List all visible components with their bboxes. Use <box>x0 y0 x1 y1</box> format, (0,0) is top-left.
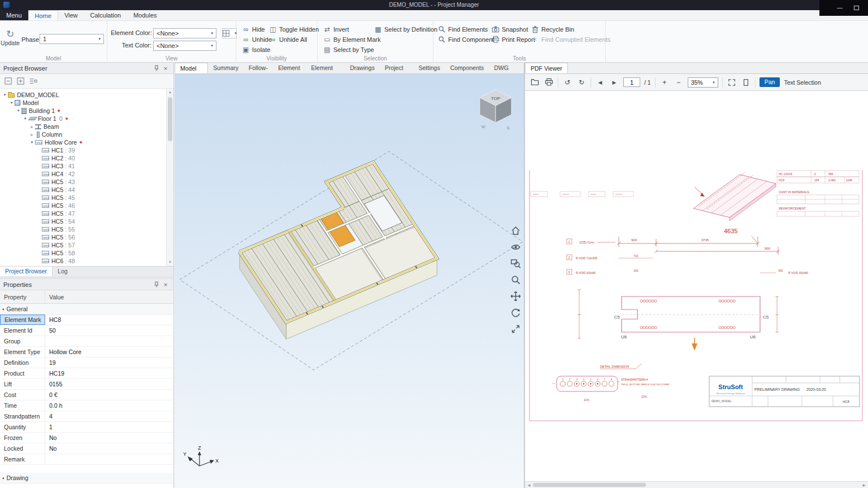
close-icon[interactable]: × <box>161 64 170 73</box>
tree-item-hc[interactable]: HC2: 40 <box>0 154 166 162</box>
hide-button[interactable]: ∞ Hide <box>242 24 265 34</box>
column-header-property[interactable]: Property <box>0 290 45 303</box>
tree-item-hc[interactable]: HC5: 46 <box>0 202 166 210</box>
tree-item-hc[interactable]: HC5: 55 <box>0 225 166 233</box>
rotate-view-button[interactable] <box>510 307 521 318</box>
isolate-button[interactable]: ▣ Isolate <box>242 45 270 54</box>
recycle-bin-button[interactable]: Recycle Bin <box>531 24 574 34</box>
rotate-cw-icon[interactable]: ↻ <box>576 77 587 88</box>
expand-icon[interactable]: ▾ <box>29 140 35 145</box>
menu-tab-view[interactable]: View <box>58 10 84 20</box>
open-file-button[interactable] <box>530 77 540 88</box>
tree-item-hc[interactable]: HC5: 56 <box>0 233 166 241</box>
property-row[interactable]: ProductHC19 <box>0 368 173 379</box>
tree-item-demo-model[interactable]: ▾ DEMO_MODEL <box>0 91 166 99</box>
column-header-value[interactable]: Value <box>45 294 173 300</box>
zoom-out-icon[interactable]: − <box>674 77 684 88</box>
tab-project-browser[interactable]: Project Browser <box>0 267 53 276</box>
text-color-select[interactable]: <None> ▾ <box>153 41 216 51</box>
tab-element-ids[interactable]: Element Ids <box>273 63 306 73</box>
text-selection-button[interactable]: Text Selection <box>784 79 821 86</box>
find-elements-button[interactable]: Find Elements <box>438 24 488 34</box>
tab-settings[interactable]: Settings <box>414 63 445 73</box>
select-by-definition-button[interactable]: ▦ Select by Definition <box>374 24 437 34</box>
section-drawing[interactable]: ▴ Drawing <box>0 473 173 483</box>
snapshot-button[interactable]: Snapshot <box>492 24 528 34</box>
invert-button[interactable]: ⇄ Invert <box>323 24 349 34</box>
scroll-up-icon[interactable]: ▲ <box>167 89 173 96</box>
tab-components[interactable]: Components <box>445 63 489 73</box>
orbit-view-button[interactable] <box>510 242 521 252</box>
pan-mode-button[interactable]: Pan <box>760 77 780 87</box>
page-number-input[interactable] <box>623 77 640 87</box>
scroll-down-icon[interactable]: ▼ <box>167 259 173 266</box>
pdf-horizontal-scrollbar[interactable]: ◀ ▶ <box>525 481 868 488</box>
tree-item-hc[interactable]: HC1: 39 <box>0 146 166 154</box>
tree-item-hollow-core[interactable]: ▾ Hollow Core <box>0 138 166 146</box>
tree-item-hc[interactable]: HC5: 43 <box>0 178 166 186</box>
scrollbar-thumb[interactable] <box>533 483 646 487</box>
tab-follow-up[interactable]: Follow-Up <box>244 63 273 73</box>
by-element-mark-button[interactable]: ▭ By Element Mark <box>323 34 381 44</box>
tab-project-files[interactable]: Project Files <box>380 63 414 73</box>
tree-item-model[interactable]: ▾ Model <box>0 99 166 107</box>
tree-item-hc[interactable]: HC5: 57 <box>0 241 166 249</box>
tab-pdf-viewer[interactable]: PDF Viewer <box>525 63 568 73</box>
property-row[interactable]: FrozenNo <box>0 433 173 443</box>
scroll-right-icon[interactable]: ▶ <box>861 483 867 487</box>
print-report-button[interactable]: Print Report <box>492 34 535 44</box>
unhide-all-button[interactable]: ∞ Unhide All <box>269 34 307 44</box>
find-corrupted-elements-button[interactable]: × Find Corrupted Elements <box>531 34 610 44</box>
tree-item-beam[interactable]: ▸ Beam <box>0 123 166 130</box>
property-value[interactable]: No <box>45 433 173 443</box>
pin-icon[interactable] <box>152 64 161 73</box>
tree-item-building-1[interactable]: ▾ Building 1 <box>0 107 166 115</box>
zoom-select[interactable]: 35% ▾ <box>688 77 718 88</box>
view-options-button[interactable]: ▾ <box>222 28 237 38</box>
previous-page-icon[interactable]: ◀ <box>595 77 605 88</box>
tree-item-hc[interactable]: HC4: 42 <box>0 170 166 178</box>
model-3d-scene[interactable]: TOP W S Z X Y <box>175 74 524 488</box>
property-row[interactable]: Strandpattern4 <box>0 411 173 422</box>
tab-dwg-viewer[interactable]: DWG Viewer <box>489 63 524 73</box>
tree-item-hc[interactable]: HC5: 47 <box>0 210 166 217</box>
update-button[interactable]: ↻ Update <box>1 23 19 53</box>
property-row[interactable]: Remark <box>0 454 173 465</box>
property-row[interactable]: Cost0 € <box>0 390 173 400</box>
property-row[interactable]: Element MarkHC8 <box>0 315 173 325</box>
property-row[interactable]: LockedNo <box>0 443 173 454</box>
property-value[interactable]: HC19 <box>45 368 173 378</box>
property-value[interactable]: 50 <box>45 325 173 336</box>
tree-item-floor-1[interactable]: ▾ Floor 1 0 <box>0 115 166 123</box>
sync-selection-button[interactable] <box>29 77 37 85</box>
zoom-window-button[interactable] <box>510 258 521 269</box>
next-page-icon[interactable]: ▶ <box>609 77 619 88</box>
fit-width-button[interactable] <box>727 77 737 88</box>
property-value[interactable]: 0155 <box>45 379 173 389</box>
scroll-left-icon[interactable]: ◀ <box>526 483 532 487</box>
expand-icon[interactable]: ▸ <box>29 124 35 129</box>
tab-model-view[interactable]: Model View <box>175 63 208 73</box>
menu-tab-home[interactable]: Home <box>28 10 58 20</box>
property-value[interactable] <box>45 336 173 346</box>
model-3d-viewport[interactable]: TOP W S Z X Y <box>175 74 524 488</box>
expand-icon[interactable]: ▾ <box>15 108 21 113</box>
rotate-ccw-icon[interactable]: ↺ <box>562 77 572 88</box>
tree-item-hc[interactable]: HC5: 44 <box>0 186 166 194</box>
select-by-type-button[interactable]: ▤ Select by Type <box>323 45 374 54</box>
property-value[interactable]: No <box>45 443 173 454</box>
tab-log[interactable]: Log <box>53 267 73 276</box>
tree-item-hc[interactable]: HC3: 41 <box>0 162 166 170</box>
property-value[interactable]: 1 <box>45 422 173 432</box>
tree-item-hc[interactable]: HC6: 48 <box>0 257 166 265</box>
expand-icon[interactable]: ▾ <box>2 93 8 97</box>
zoom-button[interactable] <box>510 274 521 285</box>
tab-element-marks[interactable]: Element Marks <box>306 63 345 73</box>
tab-summary[interactable]: Summary <box>208 63 244 73</box>
phase-select[interactable]: 1 ▾ <box>40 34 104 44</box>
property-row[interactable]: Element Id50 <box>0 325 173 336</box>
compass-south-label[interactable]: S <box>507 126 510 130</box>
menu-tab-calculation[interactable]: Calculation <box>84 10 127 20</box>
property-value[interactable]: HC8 <box>45 315 173 325</box>
menu-tab-menu[interactable]: Menu <box>0 10 28 20</box>
